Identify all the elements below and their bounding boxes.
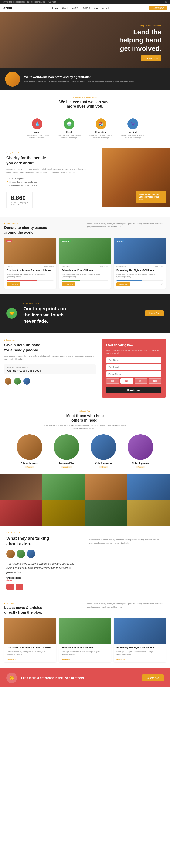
fingerprints-title: Our fingerprints onthe lives we touchnev… [24, 306, 139, 324]
amount-20-button[interactable]: $20 [121, 378, 133, 383]
charity-right: We're here to support your every step of… [102, 148, 170, 213]
blog-card-1: Our donation is hope for poor childrens … [4, 618, 56, 662]
gallery-item-3[interactable] [85, 474, 127, 500]
food-desc: Lorem Ipsum is simply dummy text of the … [56, 134, 82, 139]
cause-donate-button-1[interactable]: Donate Now [7, 282, 20, 286]
cause-badge-3: Children [116, 240, 124, 242]
blog-card-2: Education for Poor Children Lorem Ipsum … [59, 618, 111, 662]
amount-10-button[interactable]: $10 [106, 378, 119, 383]
volunteers-title: Meet those who helpothers in need. [4, 414, 166, 423]
nav-event[interactable]: Event ▾ [71, 7, 78, 9]
education-label: Education [88, 131, 114, 133]
header-donate-button[interactable]: Donate Now [149, 5, 167, 10]
testimonial-author-role: Customer [6, 579, 81, 581]
icon-food: 🍚 Food Lorem Ipsum is simply dummy text … [56, 119, 82, 139]
logo: azino [3, 6, 12, 10]
cause-card-body-1: Goal: $25,317 Raise: $7,552 Our donation… [4, 264, 56, 288]
top-bar-social: f t i in [159, 1, 167, 3]
top-bar-phone[interactable]: +91 984 9321 [48, 1, 59, 3]
stat-number: 8,860 [11, 194, 28, 202]
gallery-item-8[interactable] [127, 500, 170, 526]
volunteer-name-4: Nolan Figueroa [123, 462, 158, 465]
nav-pages[interactable]: Pages ▾ [81, 7, 90, 9]
donate-email-input[interactable] [106, 365, 162, 370]
cause-card-meta-3: Goal: $25,317 Raise: $7,552 [117, 266, 163, 268]
stat-box: 8,860 donation campaignsare running [6, 192, 33, 209]
cause-card-image-3: Children [114, 238, 166, 264]
avatar-3 [23, 377, 31, 385]
blog-card-title-3: Promoting The Rights of Children [117, 646, 163, 649]
cause-share-icon-2[interactable]: ♡ [107, 283, 109, 285]
testimonial-prev-button[interactable]: ← [6, 584, 14, 590]
volunteer-name-2: Jamesen Dias [49, 462, 84, 465]
instagram-icon[interactable]: i [163, 1, 163, 3]
amount-100-button[interactable]: $100 [149, 378, 162, 383]
blog-read-more-3[interactable]: Read More [117, 658, 125, 660]
cause-badge-1: Food [6, 240, 12, 242]
charity-right-image: We're here to support your every step of… [102, 148, 170, 207]
hero-donate-button[interactable]: Donate Now [141, 55, 162, 61]
volunteer-card-3: Cole Andreson Advisor [86, 434, 121, 468]
blog-card-desc-2: Lorem Ipsum simply dummy text of the pri… [61, 650, 109, 655]
testimonial-avatar-3[interactable] [27, 550, 35, 558]
testimonial-avatar-1[interactable] [6, 550, 15, 558]
gallery-item-4[interactable] [127, 474, 170, 500]
blog-card-body-2: Education for Poor Children Lorem Ipsum … [59, 644, 111, 662]
blog-card-image-1 [4, 618, 56, 644]
charity-list-item-1: Flexbox ring diffs. [6, 177, 96, 180]
footer-donate-button[interactable]: Donate Now [142, 675, 164, 681]
volunteer-card-1: Clieve Jameson Pastor [12, 434, 47, 468]
cause-card-body-3: Goal: $25,317 Raise: $7,552 Promoting Th… [114, 264, 166, 288]
nav-contact[interactable]: Contact [101, 7, 109, 9]
twitter-icon[interactable]: t [161, 1, 161, 3]
volunteer-name-3: Cole Andreson [86, 462, 121, 465]
gallery-item-7[interactable] [85, 500, 127, 526]
fingerprints-donate-button[interactable]: Donate Now [145, 310, 164, 316]
avatar-1 [4, 377, 12, 385]
donate-phone-input[interactable] [106, 371, 162, 377]
cause-share-icon-1[interactable]: ♡ [52, 283, 53, 285]
testimonial-next-button[interactable]: → [16, 584, 24, 590]
cause-card-1: Food Goal: $25,317 Raise: $7,552 Our don… [4, 238, 56, 288]
contact-number[interactable]: Call us +41 994 9053 9920 [7, 369, 93, 372]
blog-read-more-2[interactable]: Read More [61, 658, 70, 660]
stat-label: donation campaignsare running [11, 202, 28, 206]
blog-card-image-3 [114, 618, 166, 644]
facebook-icon[interactable]: f [159, 1, 159, 3]
gallery-item-6[interactable] [42, 500, 85, 526]
cause-donate-button-2[interactable]: Donate Now [61, 282, 75, 286]
top-bar-email[interactable]: info@helpcenter.com [28, 1, 45, 3]
testimonial-quote: This is due to their excellent service, … [6, 562, 81, 575]
cause-title-3: Promoting The Rights of Children [117, 269, 163, 272]
progress-bar-1 [7, 280, 53, 281]
footer-icon: 🤲 [6, 673, 17, 683]
medical-label: Medical [120, 131, 145, 133]
gallery-item-1[interactable] [0, 474, 42, 500]
causes-section: Popular Causes Donate to charity causesa… [0, 217, 170, 294]
hero-title: Lend thehelping handget involved. [119, 28, 162, 53]
causes-header: Popular Causes Donate to charity causesa… [4, 222, 166, 235]
donate-submit-button[interactable]: Donate Now [106, 386, 162, 394]
testimonial-avatar-2[interactable] [16, 550, 25, 558]
education-desc: Lorem Ipsum is simply dummy text of the … [88, 134, 114, 139]
nav-blog[interactable]: Blog [93, 7, 98, 9]
donate-name-input[interactable] [106, 358, 162, 363]
gallery-item-5[interactable] [0, 500, 42, 526]
linkedin-icon[interactable]: in [165, 1, 167, 3]
amount-50-button[interactable]: $50 [134, 378, 147, 383]
nav-about[interactable]: About [61, 7, 68, 9]
causes-right-head: Lorem Ipsum is simply dummy text of the … [83, 222, 166, 228]
nav-home[interactable]: Home [52, 7, 58, 9]
cause-card-body-2: Goal: $25,317 Raise: $7,552 Education fo… [59, 264, 111, 288]
cause-title-2: Education for Poor Children [61, 269, 109, 272]
blog-read-more-1[interactable]: Read More [7, 658, 15, 660]
volunteer-role-3: Advisor [99, 466, 108, 468]
form-desc: Lorem Ipsum dolor sit amet, dolor amet a… [106, 349, 162, 354]
cause-goal-2: Goal: $25,317 [61, 266, 71, 268]
volunteers-tag: Donate Now [4, 410, 166, 412]
header: azino Home About Event ▾ Pages ▾ Blog Co… [0, 4, 170, 12]
cause-share-icon-3[interactable]: ♡ [161, 283, 163, 285]
gallery-item-2[interactable] [42, 474, 85, 500]
cause-footer-2: Donate Now ♡ [61, 282, 109, 286]
cause-donate-button-3[interactable]: Donate Now [117, 282, 130, 286]
